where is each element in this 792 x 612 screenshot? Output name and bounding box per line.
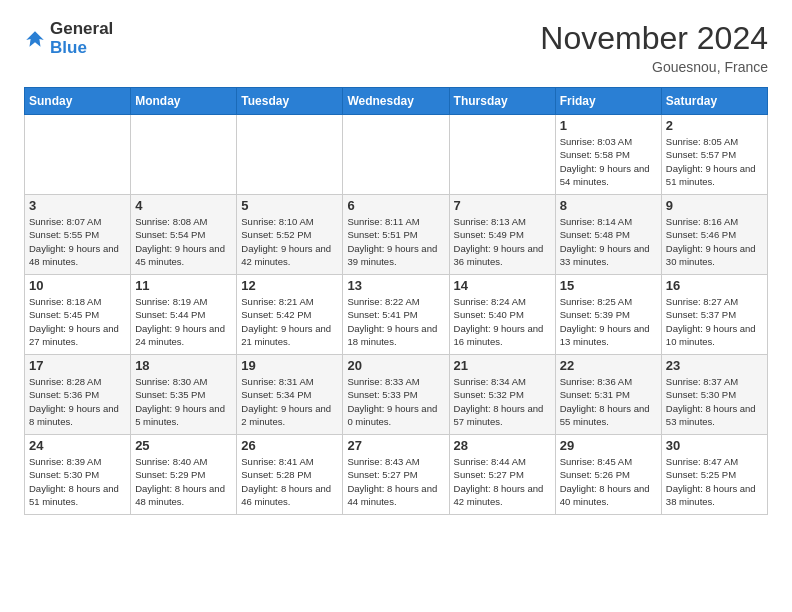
table-row xyxy=(25,115,131,195)
location: Gouesnou, France xyxy=(540,59,768,75)
day-info: Sunrise: 8:40 AM Sunset: 5:29 PM Dayligh… xyxy=(135,455,232,508)
day-number: 18 xyxy=(135,358,232,373)
day-info: Sunrise: 8:22 AM Sunset: 5:41 PM Dayligh… xyxy=(347,295,444,348)
table-row: 9Sunrise: 8:16 AM Sunset: 5:46 PM Daylig… xyxy=(661,195,767,275)
day-info: Sunrise: 8:18 AM Sunset: 5:45 PM Dayligh… xyxy=(29,295,126,348)
title-area: November 2024 Gouesnou, France xyxy=(540,20,768,75)
day-number: 3 xyxy=(29,198,126,213)
day-info: Sunrise: 8:21 AM Sunset: 5:42 PM Dayligh… xyxy=(241,295,338,348)
day-info: Sunrise: 8:19 AM Sunset: 5:44 PM Dayligh… xyxy=(135,295,232,348)
day-number: 1 xyxy=(560,118,657,133)
day-number: 10 xyxy=(29,278,126,293)
day-number: 15 xyxy=(560,278,657,293)
day-number: 22 xyxy=(560,358,657,373)
day-info: Sunrise: 8:41 AM Sunset: 5:28 PM Dayligh… xyxy=(241,455,338,508)
table-row: 16Sunrise: 8:27 AM Sunset: 5:37 PM Dayli… xyxy=(661,275,767,355)
day-info: Sunrise: 8:43 AM Sunset: 5:27 PM Dayligh… xyxy=(347,455,444,508)
day-number: 23 xyxy=(666,358,763,373)
table-row: 15Sunrise: 8:25 AM Sunset: 5:39 PM Dayli… xyxy=(555,275,661,355)
day-number: 4 xyxy=(135,198,232,213)
day-number: 16 xyxy=(666,278,763,293)
day-info: Sunrise: 8:27 AM Sunset: 5:37 PM Dayligh… xyxy=(666,295,763,348)
table-row: 1Sunrise: 8:03 AM Sunset: 5:58 PM Daylig… xyxy=(555,115,661,195)
table-row: 22Sunrise: 8:36 AM Sunset: 5:31 PM Dayli… xyxy=(555,355,661,435)
table-row: 18Sunrise: 8:30 AM Sunset: 5:35 PM Dayli… xyxy=(131,355,237,435)
day-info: Sunrise: 8:14 AM Sunset: 5:48 PM Dayligh… xyxy=(560,215,657,268)
calendar-row: 17Sunrise: 8:28 AM Sunset: 5:36 PM Dayli… xyxy=(25,355,768,435)
table-row: 11Sunrise: 8:19 AM Sunset: 5:44 PM Dayli… xyxy=(131,275,237,355)
day-info: Sunrise: 8:30 AM Sunset: 5:35 PM Dayligh… xyxy=(135,375,232,428)
day-number: 14 xyxy=(454,278,551,293)
logo-general: General xyxy=(50,20,113,39)
day-info: Sunrise: 8:47 AM Sunset: 5:25 PM Dayligh… xyxy=(666,455,763,508)
day-info: Sunrise: 8:24 AM Sunset: 5:40 PM Dayligh… xyxy=(454,295,551,348)
day-number: 6 xyxy=(347,198,444,213)
col-wednesday: Wednesday xyxy=(343,88,449,115)
table-row: 6Sunrise: 8:11 AM Sunset: 5:51 PM Daylig… xyxy=(343,195,449,275)
logo-text: General Blue xyxy=(50,20,113,57)
day-number: 28 xyxy=(454,438,551,453)
day-info: Sunrise: 8:11 AM Sunset: 5:51 PM Dayligh… xyxy=(347,215,444,268)
table-row: 25Sunrise: 8:40 AM Sunset: 5:29 PM Dayli… xyxy=(131,435,237,515)
table-row: 26Sunrise: 8:41 AM Sunset: 5:28 PM Dayli… xyxy=(237,435,343,515)
day-info: Sunrise: 8:31 AM Sunset: 5:34 PM Dayligh… xyxy=(241,375,338,428)
table-row: 7Sunrise: 8:13 AM Sunset: 5:49 PM Daylig… xyxy=(449,195,555,275)
table-row: 27Sunrise: 8:43 AM Sunset: 5:27 PM Dayli… xyxy=(343,435,449,515)
calendar-row: 24Sunrise: 8:39 AM Sunset: 5:30 PM Dayli… xyxy=(25,435,768,515)
day-number: 12 xyxy=(241,278,338,293)
table-row xyxy=(343,115,449,195)
table-row: 29Sunrise: 8:45 AM Sunset: 5:26 PM Dayli… xyxy=(555,435,661,515)
day-info: Sunrise: 8:45 AM Sunset: 5:26 PM Dayligh… xyxy=(560,455,657,508)
day-info: Sunrise: 8:36 AM Sunset: 5:31 PM Dayligh… xyxy=(560,375,657,428)
calendar: Sunday Monday Tuesday Wednesday Thursday… xyxy=(24,87,768,515)
day-info: Sunrise: 8:10 AM Sunset: 5:52 PM Dayligh… xyxy=(241,215,338,268)
svg-marker-0 xyxy=(26,31,44,46)
table-row: 17Sunrise: 8:28 AM Sunset: 5:36 PM Dayli… xyxy=(25,355,131,435)
day-number: 2 xyxy=(666,118,763,133)
table-row: 20Sunrise: 8:33 AM Sunset: 5:33 PM Dayli… xyxy=(343,355,449,435)
day-number: 8 xyxy=(560,198,657,213)
day-number: 13 xyxy=(347,278,444,293)
table-row: 12Sunrise: 8:21 AM Sunset: 5:42 PM Dayli… xyxy=(237,275,343,355)
day-number: 30 xyxy=(666,438,763,453)
day-number: 5 xyxy=(241,198,338,213)
calendar-row: 10Sunrise: 8:18 AM Sunset: 5:45 PM Dayli… xyxy=(25,275,768,355)
table-row: 14Sunrise: 8:24 AM Sunset: 5:40 PM Dayli… xyxy=(449,275,555,355)
table-row: 2Sunrise: 8:05 AM Sunset: 5:57 PM Daylig… xyxy=(661,115,767,195)
day-info: Sunrise: 8:03 AM Sunset: 5:58 PM Dayligh… xyxy=(560,135,657,188)
table-row: 5Sunrise: 8:10 AM Sunset: 5:52 PM Daylig… xyxy=(237,195,343,275)
col-sunday: Sunday xyxy=(25,88,131,115)
table-row: 28Sunrise: 8:44 AM Sunset: 5:27 PM Dayli… xyxy=(449,435,555,515)
header: General Blue November 2024 Gouesnou, Fra… xyxy=(24,20,768,75)
day-info: Sunrise: 8:25 AM Sunset: 5:39 PM Dayligh… xyxy=(560,295,657,348)
month-title: November 2024 xyxy=(540,20,768,57)
table-row: 3Sunrise: 8:07 AM Sunset: 5:55 PM Daylig… xyxy=(25,195,131,275)
logo-icon xyxy=(24,28,46,50)
table-row: 10Sunrise: 8:18 AM Sunset: 5:45 PM Dayli… xyxy=(25,275,131,355)
day-number: 21 xyxy=(454,358,551,373)
day-number: 26 xyxy=(241,438,338,453)
col-monday: Monday xyxy=(131,88,237,115)
logo-blue: Blue xyxy=(50,39,113,58)
day-info: Sunrise: 8:44 AM Sunset: 5:27 PM Dayligh… xyxy=(454,455,551,508)
day-info: Sunrise: 8:13 AM Sunset: 5:49 PM Dayligh… xyxy=(454,215,551,268)
table-row xyxy=(449,115,555,195)
day-info: Sunrise: 8:08 AM Sunset: 5:54 PM Dayligh… xyxy=(135,215,232,268)
col-tuesday: Tuesday xyxy=(237,88,343,115)
day-info: Sunrise: 8:16 AM Sunset: 5:46 PM Dayligh… xyxy=(666,215,763,268)
day-number: 29 xyxy=(560,438,657,453)
day-number: 17 xyxy=(29,358,126,373)
table-row xyxy=(237,115,343,195)
day-number: 20 xyxy=(347,358,444,373)
logo: General Blue xyxy=(24,20,113,57)
col-thursday: Thursday xyxy=(449,88,555,115)
table-row: 24Sunrise: 8:39 AM Sunset: 5:30 PM Dayli… xyxy=(25,435,131,515)
table-row: 8Sunrise: 8:14 AM Sunset: 5:48 PM Daylig… xyxy=(555,195,661,275)
day-number: 25 xyxy=(135,438,232,453)
day-number: 9 xyxy=(666,198,763,213)
calendar-row: 1Sunrise: 8:03 AM Sunset: 5:58 PM Daylig… xyxy=(25,115,768,195)
day-info: Sunrise: 8:05 AM Sunset: 5:57 PM Dayligh… xyxy=(666,135,763,188)
day-number: 24 xyxy=(29,438,126,453)
calendar-row: 3Sunrise: 8:07 AM Sunset: 5:55 PM Daylig… xyxy=(25,195,768,275)
table-row: 30Sunrise: 8:47 AM Sunset: 5:25 PM Dayli… xyxy=(661,435,767,515)
